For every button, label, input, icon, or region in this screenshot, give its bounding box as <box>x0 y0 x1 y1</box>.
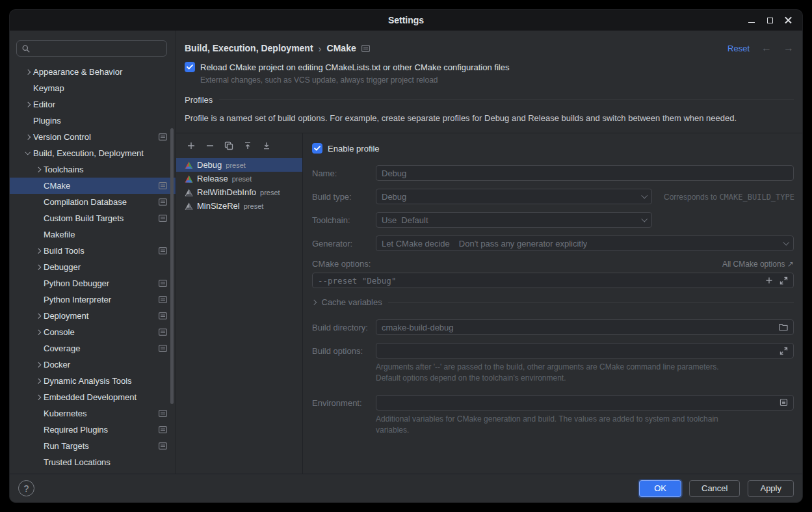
sidebar-item-docker[interactable]: Docker <box>10 357 176 373</box>
build-directory-field[interactable]: cmake-build-debug <box>376 319 794 335</box>
name-field[interactable]: Debug <box>376 165 794 181</box>
sidebar-item-label: Editor <box>33 100 55 109</box>
profile-item-debug[interactable]: Debugpreset <box>176 158 302 172</box>
folder-icon[interactable] <box>779 323 788 331</box>
chevron-right-icon[interactable] <box>36 362 41 368</box>
toolchain-select[interactable]: Use Default <box>376 212 652 228</box>
environment-label: Environment: <box>312 398 376 408</box>
sidebar-item-coverage[interactable]: Coverage <box>10 340 176 357</box>
sidebar-item-console[interactable]: Console <box>10 324 176 340</box>
sidebar-scrollbar[interactable] <box>170 128 174 404</box>
forward-arrow-icon[interactable]: → <box>783 42 794 54</box>
sidebar-item-deployment[interactable]: Deployment <box>10 308 176 324</box>
project-badge-icon <box>159 442 167 450</box>
chevron-right-icon[interactable] <box>25 102 31 107</box>
cancel-button[interactable]: Cancel <box>689 480 740 497</box>
add-profile-button[interactable] <box>185 139 198 152</box>
copy-profile-button[interactable] <box>222 139 235 152</box>
add-option-icon[interactable] <box>765 276 773 284</box>
sidebar-item-label: Debugger <box>44 262 81 272</box>
titlebar[interactable]: Settings <box>10 10 802 31</box>
build-options-label: Build options: <box>312 346 376 356</box>
chevron-right-icon[interactable] <box>25 70 31 75</box>
chevron-right-icon[interactable] <box>36 314 41 319</box>
sidebar-item-required-plugins[interactable]: Required Plugins <box>10 422 176 438</box>
build-type-hint: Corresponds to CMAKE_BUILD_TYPE <box>664 191 794 202</box>
cmake-profile-icon <box>185 175 193 183</box>
sidebar-item-appearance-behavior[interactable]: Appearance & Behavior <box>10 64 176 80</box>
reset-button[interactable]: Reset <box>727 44 750 53</box>
sidebar-item-keymap[interactable]: Keymap <box>10 80 176 96</box>
enable-profile-row[interactable]: Enable profile <box>312 143 794 154</box>
maximize-button[interactable] <box>761 12 779 28</box>
profile-item-minsizerel[interactable]: MinSizeRelpreset <box>176 199 302 213</box>
sidebar-item-toolchains[interactable]: Toolchains <box>10 161 176 178</box>
cmake-options-field[interactable]: --preset "Debug" <box>312 273 794 288</box>
chevron-right-icon[interactable] <box>25 135 31 140</box>
sidebar-item-build-execution-deployment[interactable]: Build, Execution, Deployment <box>10 145 176 161</box>
sidebar-item-embedded-development[interactable]: Embedded Development <box>10 389 176 405</box>
profiles-description: Profile is a named set of build options.… <box>185 113 794 123</box>
toolchain-row: Toolchain: Use Default <box>312 212 794 228</box>
build-type-select[interactable]: Debug <box>376 189 652 204</box>
chevron-down-icon[interactable] <box>25 150 31 155</box>
chevron-right-icon[interactable] <box>36 167 41 172</box>
chevron-right-icon[interactable] <box>36 330 41 335</box>
sidebar-item-kubernetes[interactable]: Kubernetes <box>10 405 176 422</box>
sidebar-item-label: Console <box>44 327 75 337</box>
sidebar-item-makefile[interactable]: Makefile <box>10 226 176 243</box>
help-button[interactable]: ? <box>18 480 34 496</box>
chevron-right-icon[interactable] <box>36 249 41 254</box>
back-arrow-icon[interactable]: ← <box>761 42 772 54</box>
generator-select[interactable]: Let CMake decide Don't pass any generato… <box>376 236 794 251</box>
chevron-down-icon <box>641 216 647 222</box>
project-badge-icon <box>159 280 167 287</box>
close-button[interactable] <box>779 12 797 28</box>
sidebar-item-trusted-locations[interactable]: Trusted Locations <box>10 454 176 470</box>
settings-search[interactable] <box>16 40 167 57</box>
build-options-field[interactable] <box>376 343 794 358</box>
sidebar-item-debugger[interactable]: Debugger <box>10 259 176 275</box>
sidebar-item-build-tools[interactable]: Build Tools <box>10 243 176 259</box>
cache-variables-toggle[interactable]: Cache variables <box>312 297 794 307</box>
chevron-right-icon[interactable] <box>36 379 41 384</box>
cmake-profile-icon <box>185 189 193 196</box>
reload-cmake-label: Reload CMake project on editing CMakeLis… <box>200 62 509 72</box>
reload-cmake-checkbox-row[interactable]: Reload CMake project on editing CMakeLis… <box>185 62 794 72</box>
variables-list-icon[interactable] <box>779 398 788 407</box>
sidebar-item-custom-build-targets[interactable]: Custom Build Targets <box>10 210 176 226</box>
expand-icon[interactable] <box>779 276 788 285</box>
sidebar-item-cmake[interactable]: CMake <box>10 178 176 194</box>
all-cmake-options-link[interactable]: All CMake options ↗ <box>722 260 794 269</box>
sidebar-item-python-interpreter[interactable]: Python Interpreter <box>10 291 176 308</box>
breadcrumb-parent[interactable]: Build, Execution, Deployment <box>185 43 313 53</box>
profile-item-release[interactable]: Releasepreset <box>176 172 302 185</box>
move-up-button[interactable] <box>241 139 254 152</box>
sidebar-item-editor[interactable]: Editor <box>10 96 176 113</box>
arrow-down-icon <box>262 141 271 150</box>
environment-field[interactable] <box>376 395 794 411</box>
apply-button[interactable]: Apply <box>748 480 794 497</box>
sidebar-item-run-targets[interactable]: Run Targets <box>10 438 176 454</box>
minimize-button[interactable] <box>742 12 761 28</box>
sidebar-item-python-debugger[interactable]: Python Debugger <box>10 275 176 291</box>
sidebar-item-compilation-database[interactable]: Compilation Database <box>10 194 176 210</box>
desktop-background: Settings Appearance & BehaviorKeymapEdit… <box>0 0 812 512</box>
sidebar-item-plugins[interactable]: Plugins <box>10 113 176 129</box>
expand-icon[interactable] <box>779 347 788 355</box>
remove-profile-button[interactable] <box>203 139 216 152</box>
profile-item-relwithdebinfo[interactable]: RelWithDebInfopreset <box>176 185 302 199</box>
reload-cmake-checkbox[interactable] <box>185 62 195 72</box>
sidebar-item-label: Build, Execution, Deployment <box>33 148 144 158</box>
cmake-options-label: CMake options: <box>312 259 371 269</box>
maximize-icon <box>767 18 773 23</box>
move-down-button[interactable] <box>260 139 273 152</box>
ok-button[interactable]: OK <box>639 480 681 497</box>
sidebar-item-version-control[interactable]: Version Control <box>10 129 176 145</box>
chevron-right-icon[interactable] <box>36 395 41 400</box>
sidebar-item-dynamic-analysis-tools[interactable]: Dynamic Analysis Tools <box>10 373 176 389</box>
enable-profile-checkbox[interactable] <box>312 143 322 154</box>
search-input[interactable] <box>34 44 162 53</box>
minimize-icon <box>748 22 755 23</box>
chevron-right-icon[interactable] <box>36 265 41 270</box>
